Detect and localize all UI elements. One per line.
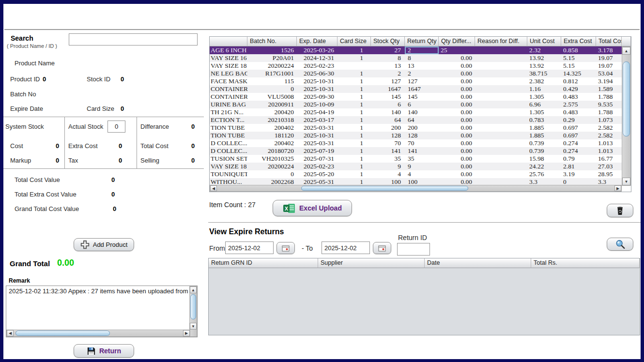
- remark-hscroll-thumb[interactable]: [15, 331, 110, 336]
- table-cell[interactable]: 0.739: [527, 139, 561, 147]
- column-header[interactable]: Card Size: [337, 37, 371, 46]
- table-cell[interactable]: 3.194: [596, 77, 622, 85]
- from-date-input[interactable]: [225, 241, 274, 254]
- table-row[interactable]: TUSION SETVH20103252025-07-31135350.0015…: [210, 155, 622, 163]
- table-row[interactable]: D COLLEC...2004022025-03-31170700.000.73…: [210, 139, 622, 147]
- table-cell[interactable]: [475, 46, 527, 54]
- table-cell[interactable]: 200: [371, 124, 405, 132]
- table-cell[interactable]: 0.739: [527, 147, 561, 155]
- table-cell[interactable]: 13.92: [527, 54, 561, 62]
- table-cell[interactable]: 2.582: [596, 124, 622, 132]
- excel-upload-button[interactable]: X Excel Upload: [273, 200, 352, 216]
- table-cell[interactable]: 9: [405, 163, 439, 170]
- table-row[interactable]: VAY SIZE 16P20A012024-12-311880.0013.925…: [210, 54, 622, 62]
- remark-vscrollbar[interactable]: ▲ ▼: [189, 286, 197, 337]
- to-date-input[interactable]: [322, 241, 370, 254]
- table-cell[interactable]: 2025-03-31: [297, 139, 337, 147]
- table-cell[interactable]: 64: [371, 116, 405, 124]
- table-cell[interactable]: 141: [371, 147, 405, 155]
- table-cell[interactable]: 3.178: [596, 46, 622, 54]
- table-cell[interactable]: CONTAINER: [210, 85, 247, 93]
- table-cell[interactable]: 1.885: [527, 124, 561, 132]
- table-cell[interactable]: 2025-10-31: [297, 132, 337, 139]
- table-cell[interactable]: ECTION T...: [210, 116, 247, 124]
- table-cell[interactable]: [475, 139, 527, 147]
- table-cell[interactable]: 1647: [405, 85, 439, 93]
- table-row[interactable]: TOUNIQUET02025-05-201440.0025.763.1928.9…: [210, 170, 622, 178]
- table-cell[interactable]: 141: [405, 147, 439, 155]
- table-cell[interactable]: TOUNIQUET: [210, 170, 247, 178]
- table-cell[interactable]: VAY SIZE 18: [210, 62, 247, 70]
- table-cell[interactable]: AGE 6 INCH: [210, 46, 247, 54]
- table-cell[interactable]: 1526: [247, 46, 297, 54]
- table-cell[interactable]: URINE BAG: [210, 101, 247, 108]
- table-cell[interactable]: 1: [337, 85, 371, 93]
- table-cell[interactable]: CONTAINER: [210, 93, 247, 101]
- table-cell[interactable]: 8: [371, 54, 405, 62]
- table-cell[interactable]: 4: [371, 170, 405, 178]
- table-cell[interactable]: 127: [371, 77, 405, 85]
- table-cell[interactable]: 0.00: [439, 101, 475, 108]
- table-cell[interactable]: 1: [337, 93, 371, 101]
- table-cell[interactable]: 200402: [247, 139, 297, 147]
- column-header[interactable]: Total Cos: [596, 37, 622, 46]
- column-header[interactable]: Stock Qty: [371, 37, 405, 46]
- table-cell[interactable]: 2025-03-17: [297, 116, 337, 124]
- table-cell[interactable]: D COLLEC...: [210, 147, 247, 155]
- table-cell[interactable]: 0.00: [439, 116, 475, 124]
- table-cell[interactable]: 2025-02-23: [297, 62, 337, 70]
- scroll-down-icon[interactable]: ▼: [190, 323, 197, 330]
- table-cell[interactable]: 2: [371, 70, 405, 77]
- column-header[interactable]: Total Rs.: [531, 258, 640, 268]
- table-cell[interactable]: [475, 132, 527, 139]
- table-cell[interactable]: VAY SIZE 18: [210, 163, 247, 170]
- table-cell[interactable]: 2025-10-31: [297, 85, 337, 93]
- table-cell[interactable]: 128: [371, 132, 405, 139]
- table-cell[interactable]: [475, 163, 527, 170]
- table-row[interactable]: CONTAINER02025-10-311164716470.001.160.4…: [210, 85, 622, 93]
- table-cell[interactable]: R17G1001: [247, 70, 297, 77]
- table-cell[interactable]: 1.885: [527, 132, 561, 139]
- scroll-down-icon[interactable]: ▼: [622, 178, 630, 185]
- table-cell[interactable]: 0.483: [561, 93, 596, 101]
- table-cell[interactable]: 2025-03-26: [297, 46, 337, 54]
- table-cell[interactable]: 53.04: [596, 70, 622, 77]
- table-cell[interactable]: 1: [337, 46, 371, 54]
- table-cell[interactable]: 1: [337, 101, 371, 108]
- table-cell[interactable]: 1.788: [596, 93, 622, 101]
- table-cell[interactable]: 128: [405, 132, 439, 139]
- table-cell[interactable]: 0.00: [439, 54, 475, 62]
- table-cell[interactable]: NE LEG BAG: [210, 70, 247, 77]
- table-cell[interactable]: 200402: [247, 124, 297, 132]
- table-cell[interactable]: 0.783: [527, 116, 561, 124]
- table-cell[interactable]: 1.305: [527, 108, 561, 116]
- table-cell[interactable]: 28.95: [596, 170, 622, 178]
- table-cell[interactable]: 0.00: [439, 147, 475, 155]
- table-cell[interactable]: [475, 77, 527, 85]
- table-cell[interactable]: 0.29: [561, 116, 596, 124]
- add-product-button[interactable]: Add Product: [74, 238, 134, 251]
- from-calendar-button[interactable]: [276, 242, 295, 254]
- table-cell[interactable]: 2025-07-31: [297, 155, 337, 163]
- table-cell[interactable]: 0.429: [561, 85, 596, 93]
- table-cell[interactable]: 3.19: [561, 170, 596, 178]
- table-cell[interactable]: 0.274: [561, 147, 596, 155]
- table-cell[interactable]: VLU5008: [247, 93, 297, 101]
- table-hscrollbar[interactable]: ◀ ▶: [210, 185, 622, 192]
- search-input[interactable]: [69, 33, 198, 45]
- table-cell[interactable]: 1.589: [596, 85, 622, 93]
- table-cell[interactable]: [475, 62, 527, 70]
- table-cell[interactable]: [475, 70, 527, 77]
- table-cell[interactable]: 20200911: [247, 101, 297, 108]
- table-row[interactable]: D COLLEC...201807202025-07-1911411410.00…: [210, 147, 622, 155]
- table-cell[interactable]: 13: [405, 62, 439, 70]
- table-cell[interactable]: [475, 155, 527, 163]
- table-cell[interactable]: 16.77: [596, 155, 622, 163]
- table-cell[interactable]: 1: [337, 108, 371, 116]
- table-cell[interactable]: 2.582: [596, 132, 622, 139]
- table-cell[interactable]: 115: [247, 77, 297, 85]
- table-cell[interactable]: 145: [371, 93, 405, 101]
- table-cell[interactable]: [475, 108, 527, 116]
- table-cell[interactable]: 1.013: [596, 147, 622, 155]
- table-cell[interactable]: 5.15: [561, 62, 596, 70]
